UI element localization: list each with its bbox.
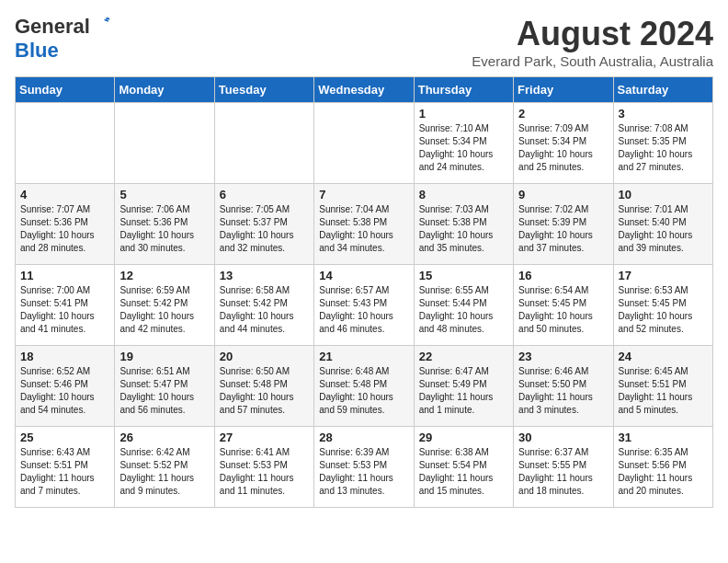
day-number: 19 bbox=[119, 350, 209, 363]
logo: General Blue bbox=[15, 15, 112, 63]
calendar-cell: 10Sunrise: 7:01 AM Sunset: 5:40 PM Dayli… bbox=[613, 184, 712, 265]
calendar-cell: 15Sunrise: 6:55 AM Sunset: 5:44 PM Dayli… bbox=[414, 265, 513, 346]
day-number: 10 bbox=[619, 188, 708, 201]
day-number: 16 bbox=[518, 269, 608, 282]
calendar-cell: 25Sunrise: 6:43 AM Sunset: 5:51 PM Dayli… bbox=[16, 427, 115, 508]
calendar-cell: 29Sunrise: 6:38 AM Sunset: 5:54 PM Dayli… bbox=[414, 427, 513, 508]
day-info: Sunrise: 6:43 AM Sunset: 5:51 PM Dayligh… bbox=[20, 446, 109, 498]
day-info: Sunrise: 6:35 AM Sunset: 5:56 PM Dayligh… bbox=[619, 446, 708, 498]
day-info: Sunrise: 7:04 AM Sunset: 5:38 PM Dayligh… bbox=[319, 203, 408, 255]
day-number: 17 bbox=[619, 269, 708, 282]
calendar-cell: 26Sunrise: 6:42 AM Sunset: 5:52 PM Dayli… bbox=[115, 427, 214, 508]
day-number: 9 bbox=[518, 188, 608, 201]
day-number: 26 bbox=[119, 431, 209, 444]
day-info: Sunrise: 6:48 AM Sunset: 5:48 PM Dayligh… bbox=[319, 365, 408, 417]
day-number: 4 bbox=[20, 188, 109, 201]
calendar-subtitle: Everard Park, South Australia, Australia bbox=[472, 53, 713, 69]
calendar-cell: 11Sunrise: 7:00 AM Sunset: 5:41 PM Dayli… bbox=[16, 265, 115, 346]
calendar-cell: 27Sunrise: 6:41 AM Sunset: 5:53 PM Dayli… bbox=[214, 427, 313, 508]
day-number: 23 bbox=[518, 350, 608, 363]
week-row-2: 4Sunrise: 7:07 AM Sunset: 5:36 PM Daylig… bbox=[16, 184, 713, 265]
calendar-cell: 1Sunrise: 7:10 AM Sunset: 5:34 PM Daylig… bbox=[414, 103, 513, 184]
day-info: Sunrise: 6:59 AM Sunset: 5:42 PM Dayligh… bbox=[119, 284, 209, 336]
day-info: Sunrise: 7:01 AM Sunset: 5:40 PM Dayligh… bbox=[619, 203, 708, 255]
header: General Blue August 2024 Everard Park, S… bbox=[15, 15, 713, 69]
day-number: 21 bbox=[319, 350, 408, 363]
day-info: Sunrise: 6:50 AM Sunset: 5:48 PM Dayligh… bbox=[220, 365, 309, 417]
logo-bird-icon bbox=[92, 15, 112, 35]
day-number: 6 bbox=[220, 188, 309, 201]
day-number: 20 bbox=[220, 350, 309, 363]
day-number: 8 bbox=[419, 188, 508, 201]
calendar-cell bbox=[115, 103, 214, 184]
calendar-cell: 24Sunrise: 6:45 AM Sunset: 5:51 PM Dayli… bbox=[613, 346, 712, 427]
calendar-cell: 17Sunrise: 6:53 AM Sunset: 5:45 PM Dayli… bbox=[613, 265, 712, 346]
logo-general: General bbox=[15, 15, 90, 39]
calendar-table: SundayMondayTuesdayWednesdayThursdayFrid… bbox=[15, 76, 713, 508]
calendar-cell: 20Sunrise: 6:50 AM Sunset: 5:48 PM Dayli… bbox=[214, 346, 313, 427]
day-info: Sunrise: 7:07 AM Sunset: 5:36 PM Dayligh… bbox=[20, 203, 109, 255]
day-info: Sunrise: 6:45 AM Sunset: 5:51 PM Dayligh… bbox=[619, 365, 708, 417]
column-header-saturday: Saturday bbox=[613, 77, 712, 103]
day-number: 27 bbox=[220, 431, 309, 444]
calendar-cell bbox=[314, 103, 414, 184]
calendar-title: August 2024 bbox=[472, 15, 713, 53]
day-number: 11 bbox=[20, 269, 109, 282]
calendar-cell bbox=[16, 103, 115, 184]
day-info: Sunrise: 6:47 AM Sunset: 5:49 PM Dayligh… bbox=[419, 365, 508, 417]
day-info: Sunrise: 7:00 AM Sunset: 5:41 PM Dayligh… bbox=[20, 284, 109, 336]
day-info: Sunrise: 6:52 AM Sunset: 5:46 PM Dayligh… bbox=[20, 365, 109, 417]
header-row: SundayMondayTuesdayWednesdayThursdayFrid… bbox=[16, 77, 713, 103]
calendar-cell: 14Sunrise: 6:57 AM Sunset: 5:43 PM Dayli… bbox=[314, 265, 414, 346]
column-header-friday: Friday bbox=[514, 77, 613, 103]
calendar-cell: 28Sunrise: 6:39 AM Sunset: 5:53 PM Dayli… bbox=[314, 427, 414, 508]
day-info: Sunrise: 7:06 AM Sunset: 5:36 PM Dayligh… bbox=[119, 203, 209, 255]
day-number: 1 bbox=[419, 107, 508, 121]
calendar-cell: 31Sunrise: 6:35 AM Sunset: 5:56 PM Dayli… bbox=[613, 427, 712, 508]
calendar-cell: 4Sunrise: 7:07 AM Sunset: 5:36 PM Daylig… bbox=[16, 184, 115, 265]
calendar-cell: 8Sunrise: 7:03 AM Sunset: 5:38 PM Daylig… bbox=[414, 184, 513, 265]
column-header-wednesday: Wednesday bbox=[314, 77, 414, 103]
calendar-cell: 2Sunrise: 7:09 AM Sunset: 5:34 PM Daylig… bbox=[514, 103, 613, 184]
calendar-cell: 5Sunrise: 7:06 AM Sunset: 5:36 PM Daylig… bbox=[115, 184, 214, 265]
day-info: Sunrise: 6:55 AM Sunset: 5:44 PM Dayligh… bbox=[419, 284, 508, 336]
calendar-cell: 18Sunrise: 6:52 AM Sunset: 5:46 PM Dayli… bbox=[16, 346, 115, 427]
day-number: 12 bbox=[119, 269, 209, 282]
day-info: Sunrise: 6:54 AM Sunset: 5:45 PM Dayligh… bbox=[518, 284, 608, 336]
logo-blue: Blue bbox=[15, 39, 59, 63]
title-area: August 2024 Everard Park, South Australi… bbox=[472, 15, 713, 69]
day-number: 31 bbox=[619, 431, 708, 444]
day-number: 2 bbox=[518, 107, 608, 121]
column-header-sunday: Sunday bbox=[16, 77, 115, 103]
day-number: 29 bbox=[419, 431, 508, 444]
calendar-cell: 23Sunrise: 6:46 AM Sunset: 5:50 PM Dayli… bbox=[514, 346, 613, 427]
day-info: Sunrise: 6:37 AM Sunset: 5:55 PM Dayligh… bbox=[518, 446, 608, 498]
day-number: 22 bbox=[419, 350, 508, 363]
day-info: Sunrise: 6:42 AM Sunset: 5:52 PM Dayligh… bbox=[119, 446, 209, 498]
day-info: Sunrise: 6:57 AM Sunset: 5:43 PM Dayligh… bbox=[319, 284, 408, 336]
calendar-cell: 22Sunrise: 6:47 AM Sunset: 5:49 PM Dayli… bbox=[414, 346, 513, 427]
day-info: Sunrise: 6:46 AM Sunset: 5:50 PM Dayligh… bbox=[518, 365, 608, 417]
day-info: Sunrise: 6:39 AM Sunset: 5:53 PM Dayligh… bbox=[319, 446, 408, 498]
week-row-4: 18Sunrise: 6:52 AM Sunset: 5:46 PM Dayli… bbox=[16, 346, 713, 427]
day-info: Sunrise: 7:08 AM Sunset: 5:35 PM Dayligh… bbox=[619, 122, 708, 174]
calendar-cell: 16Sunrise: 6:54 AM Sunset: 5:45 PM Dayli… bbox=[514, 265, 613, 346]
day-info: Sunrise: 7:10 AM Sunset: 5:34 PM Dayligh… bbox=[419, 122, 508, 174]
week-row-3: 11Sunrise: 7:00 AM Sunset: 5:41 PM Dayli… bbox=[16, 265, 713, 346]
day-info: Sunrise: 6:53 AM Sunset: 5:45 PM Dayligh… bbox=[619, 284, 708, 336]
week-row-1: 1Sunrise: 7:10 AM Sunset: 5:34 PM Daylig… bbox=[16, 103, 713, 184]
calendar-cell: 9Sunrise: 7:02 AM Sunset: 5:39 PM Daylig… bbox=[514, 184, 613, 265]
day-info: Sunrise: 7:02 AM Sunset: 5:39 PM Dayligh… bbox=[518, 203, 608, 255]
day-info: Sunrise: 7:05 AM Sunset: 5:37 PM Dayligh… bbox=[220, 203, 309, 255]
day-info: Sunrise: 7:09 AM Sunset: 5:34 PM Dayligh… bbox=[518, 122, 608, 174]
day-number: 18 bbox=[20, 350, 109, 363]
calendar-cell: 19Sunrise: 6:51 AM Sunset: 5:47 PM Dayli… bbox=[115, 346, 214, 427]
day-number: 25 bbox=[20, 431, 109, 444]
day-number: 5 bbox=[119, 188, 209, 201]
calendar-cell: 6Sunrise: 7:05 AM Sunset: 5:37 PM Daylig… bbox=[214, 184, 313, 265]
calendar-cell: 3Sunrise: 7:08 AM Sunset: 5:35 PM Daylig… bbox=[613, 103, 712, 184]
day-number: 13 bbox=[220, 269, 309, 282]
week-row-5: 25Sunrise: 6:43 AM Sunset: 5:51 PM Dayli… bbox=[16, 427, 713, 508]
day-number: 14 bbox=[319, 269, 408, 282]
column-header-tuesday: Tuesday bbox=[214, 77, 313, 103]
